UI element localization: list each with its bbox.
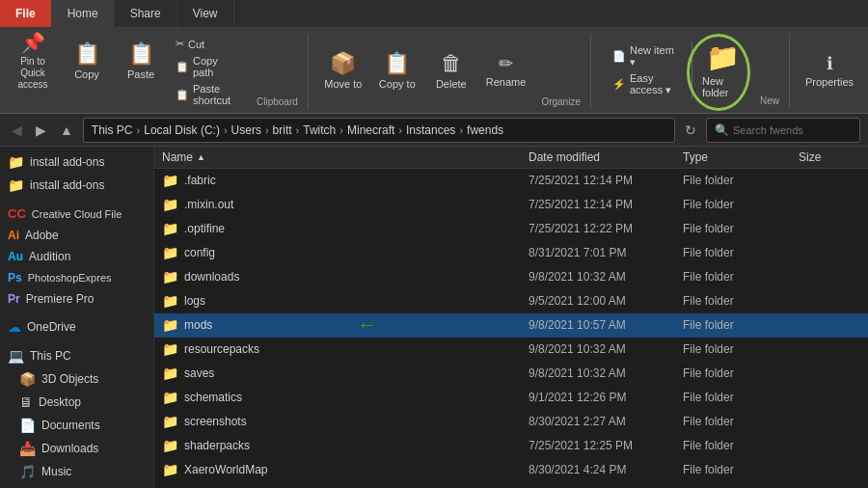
tab-home[interactable]: Home (52, 0, 115, 27)
file-type: File folder (675, 292, 791, 310)
path-instances[interactable]: Instances (406, 123, 455, 137)
path-disk[interactable]: Local Disk (C:) (144, 123, 220, 137)
new-item-button[interactable]: 📄 New item ▾ (607, 42, 684, 70)
table-row[interactable]: 📁 schematics 9/1/2021 12:26 PM File fold… (154, 386, 868, 410)
paste-shortcut-button[interactable]: 📋 Paste shortcut (170, 81, 247, 108)
copy-path-button[interactable]: 📋 Copy path (170, 53, 247, 80)
folder-icon: 📁 (8, 177, 24, 193)
file-icon: 📁 (162, 438, 178, 453)
file-name: schematics (184, 391, 242, 404)
new-folder-button[interactable]: 📁 New folder (696, 41, 750, 99)
sidebar-item-3d-objects[interactable]: 📦 3D Objects (0, 367, 153, 391)
file-type: File folder (675, 437, 791, 454)
table-row[interactable]: 📁 .fabric 7/25/2021 12:14 PM File folder (154, 169, 868, 193)
audition-icon: Au (8, 250, 23, 263)
sidebar-item-this-pc[interactable]: 💻 This PC (0, 344, 153, 367)
cut-button[interactable]: ✂ Cut (170, 36, 247, 52)
premiere-icon: Pr (8, 292, 20, 306)
path-pc[interactable]: This PC (92, 123, 133, 137)
sidebar-item-onedrive[interactable]: ☁ OneDrive (0, 315, 153, 339)
sidebar-item-music[interactable]: 🎵 Music (0, 460, 153, 483)
table-row[interactable]: 📁 .optifine 7/25/2021 12:22 PM File fold… (154, 217, 868, 241)
pin-icon: 📌 (21, 31, 45, 54)
new-folder-icon: 📁 (706, 41, 740, 73)
copy-to-icon: 📋 (384, 51, 410, 76)
path-twitch[interactable]: Twitch (303, 123, 336, 137)
sidebar-item-desktop[interactable]: 🖥 Desktop (0, 391, 153, 414)
search-box[interactable]: 🔍 (706, 118, 860, 143)
edit-button[interactable]: ✏ Edit (863, 63, 868, 79)
delete-button[interactable]: 🗑 Delete (426, 41, 476, 99)
search-input[interactable] (733, 124, 852, 136)
refresh-button[interactable]: ↻ (681, 121, 700, 140)
copy-button[interactable]: 📋 Copy (62, 32, 112, 90)
paste-button[interactable]: 📋 Paste (116, 32, 166, 90)
open-button[interactable]: 📂 Open ▾ (863, 45, 868, 62)
col-header-date[interactable]: Date modified (521, 147, 675, 168)
history-button[interactable]: 🕐 History (863, 80, 868, 96)
file-type: File folder (675, 461, 791, 478)
file-date: 9/1/2021 12:26 PM (521, 389, 675, 406)
col-header-size[interactable]: Size (791, 147, 868, 168)
tab-file[interactable]: File (0, 0, 52, 27)
file-size (791, 203, 868, 206)
table-row[interactable]: 📁 mods ← 9/8/2021 10:57 AM File folder (154, 313, 868, 338)
file-date: 9/5/2021 12:00 AM (521, 292, 675, 310)
file-icon: 📁 (162, 197, 178, 212)
table-row[interactable]: 📄 .curseclient 9/8/2021 10:32 AM CURSECL… (154, 482, 868, 488)
tab-view[interactable]: View (177, 0, 234, 27)
forward-button[interactable]: ▶ (32, 121, 50, 140)
table-row[interactable]: 📁 logs 9/5/2021 12:00 AM File folder (154, 289, 868, 313)
table-row[interactable]: 📁 XaeroWorldMap 8/30/2021 4:24 PM File f… (154, 458, 868, 482)
file-list-header: Name ▲ Date modified Type Size (154, 147, 868, 169)
delete-icon: 🗑 (441, 51, 462, 76)
file-size (791, 275, 868, 279)
path-users[interactable]: Users (231, 123, 261, 137)
sidebar-item-documents[interactable]: 📄 Documents (0, 414, 153, 437)
table-row[interactable]: 📁 .mixin.out 7/25/2021 12:14 PM File fol… (154, 193, 868, 217)
table-row[interactable]: 📁 resourcepacks 9/8/2021 10:32 AM File f… (154, 338, 868, 362)
move-to-button[interactable]: 📦 Move to (318, 41, 368, 99)
rename-button[interactable]: ✏ Rename (480, 41, 532, 99)
documents-icon: 📄 (19, 418, 36, 433)
table-row[interactable]: 📁 downloads 9/8/2021 10:32 AM File folde… (154, 265, 868, 289)
file-size (791, 347, 868, 351)
pin-quick-access-button[interactable]: 📌 Pin to Quick access (8, 32, 58, 90)
table-row[interactable]: 📁 shaderpacks 7/25/2021 12:25 PM File fo… (154, 434, 868, 458)
sidebar-item-audition[interactable]: Au Audition (0, 246, 153, 267)
path-britt[interactable]: britt (273, 123, 292, 137)
sidebar-item-photoshop[interactable]: Ps PhotoshopExpres (0, 267, 153, 288)
path-fwends[interactable]: fwends (467, 123, 503, 137)
up-button[interactable]: ▲ (56, 121, 77, 140)
file-icon: 📁 (162, 390, 178, 405)
sidebar-item-creative-cloud[interactable]: CC Creative Cloud File (0, 203, 153, 225)
properties-button[interactable]: ℹ Properties (800, 41, 859, 99)
sidebar-item-adobe[interactable]: Ai Adobe (0, 225, 153, 246)
new-item-dropdown-button[interactable]: 📄 New item ▾ ⚡ Easy access ▾ (601, 41, 692, 99)
sidebar-item-pictures[interactable]: 🖼 Pictures (0, 483, 153, 488)
file-size (791, 468, 868, 472)
sidebar-item-install2[interactable]: 📁 install add-ons (0, 174, 153, 197)
sidebar-item-install1[interactable]: 📁 install add-ons (0, 150, 153, 174)
file-name: downloads (184, 270, 239, 284)
path-minecraft[interactable]: Minecraft (347, 123, 394, 137)
copy-to-button[interactable]: 📋 Copy to (372, 41, 422, 99)
col-header-type[interactable]: Type (675, 147, 791, 168)
tab-share[interactable]: Share (115, 0, 177, 27)
table-row[interactable]: 📁 saves 9/8/2021 10:32 AM File folder (154, 362, 868, 386)
file-date: 7/25/2021 12:25 PM (521, 437, 675, 454)
file-name: mods (184, 318, 212, 332)
sidebar-item-premiere[interactable]: Pr Premiere Pro (0, 288, 153, 310)
sidebar-item-downloads[interactable]: 📥 Downloads (0, 437, 153, 460)
back-button[interactable]: ◀ (8, 121, 26, 140)
file-name: screenshots (184, 415, 247, 428)
folder-icon: 📁 (8, 154, 24, 170)
search-icon: 🔍 (715, 123, 729, 137)
col-header-name[interactable]: Name ▲ (154, 147, 521, 168)
easy-access-button[interactable]: ⚡ Easy access ▾ (607, 70, 684, 98)
file-type: File folder (675, 196, 791, 213)
downloads-icon: 📥 (19, 441, 36, 456)
address-path[interactable]: This PC › Local Disk (C:) › Users › brit… (83, 118, 675, 143)
table-row[interactable]: 📁 screenshots 8/30/2021 2:27 AM File fol… (154, 410, 868, 434)
table-row[interactable]: 📁 config 8/31/2021 7:01 PM File folder (154, 241, 868, 265)
